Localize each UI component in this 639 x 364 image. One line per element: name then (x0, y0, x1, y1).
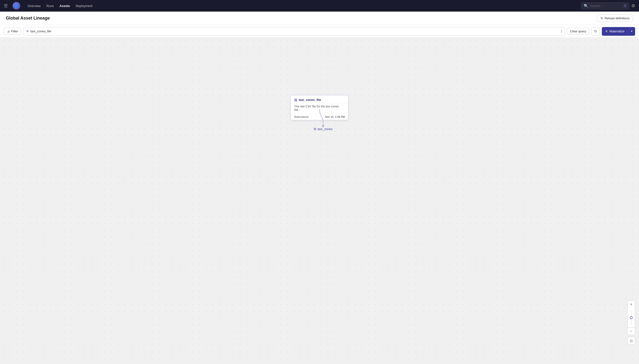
settings-icon[interactable]: ⚙ (631, 3, 635, 8)
clear-query-button[interactable]: Clear query (567, 28, 589, 35)
reload-icon: ↻ (600, 16, 603, 20)
query-icon: ✳ (26, 29, 29, 34)
nav-deployment[interactable]: Deployment (73, 3, 95, 9)
page-header: Global Asset Lineage ↻ Reload definition… (0, 12, 639, 25)
search-shortcut: / (623, 4, 627, 8)
reload-label: Reload definitions (605, 16, 629, 20)
nav-overview[interactable]: Overview (25, 3, 43, 9)
hamburger-menu[interactable]: ☰ (4, 3, 8, 8)
info-icon[interactable]: ℹ (561, 30, 562, 33)
query-input[interactable] (31, 30, 561, 33)
page-title: Global Asset Lineage (6, 16, 50, 21)
nav-right: 🔍 / ⚙ (581, 2, 635, 10)
filter-button[interactable]: ⊿ Filter (4, 28, 21, 35)
refresh-button[interactable]: ↻ (591, 27, 600, 36)
filter-icon: ⊿ (7, 30, 10, 33)
search-input[interactable] (590, 4, 622, 8)
nav-links: Overview Runs Assets Deployment (25, 3, 576, 9)
logo: 🌀 (13, 2, 20, 10)
materialize-label: Materialize (609, 30, 624, 33)
reload-definitions-button[interactable]: ↻ Reload definitions (597, 14, 633, 22)
materialize-wrap: ✳ Materialize ▾ (602, 27, 635, 36)
toolbar: ⊿ Filter ✳ ℹ Clear query ↻ ✳ Materialize… (0, 25, 639, 38)
materialize-button[interactable]: ✳ Materialize (602, 27, 628, 36)
nav-runs[interactable]: Runs (44, 3, 56, 9)
search-icon: 🔍 (584, 4, 588, 8)
nav-assets[interactable]: Assets (57, 3, 73, 9)
materialize-icon: ✳ (605, 30, 608, 33)
materialize-dropdown-button[interactable]: ▾ (628, 27, 635, 36)
dropdown-icon: ▾ (631, 30, 632, 33)
query-input-wrap[interactable]: ✳ ℹ (23, 27, 565, 36)
refresh-icon: ↻ (594, 29, 597, 34)
top-nav: ☰ 🌀 Overview Runs Assets Deployment 🔍 / … (0, 0, 639, 12)
search-box[interactable]: 🔍 / (581, 2, 629, 10)
filter-label: Filter (11, 30, 18, 33)
